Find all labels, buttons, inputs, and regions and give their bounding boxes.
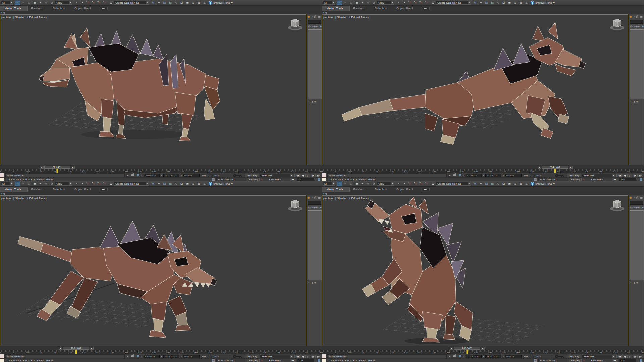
mirror-icon[interactable]: M — [151, 1, 156, 5]
pick-cursor-icon[interactable]: ⌖ — [126, 174, 130, 177]
select-and-scale-icon[interactable]: ◇ — [49, 1, 54, 5]
layer-manager-icon[interactable]: ▤ — [484, 182, 489, 186]
time-slider-handle[interactable]: 208 / 461 — [454, 347, 480, 350]
wolf-model[interactable] — [39, 28, 220, 141]
auto-key-button[interactable]: Auto Key — [245, 174, 259, 177]
reference-coordinate-dropdown[interactable]: View▼ — [377, 1, 394, 5]
modifier-list-dropdown[interactable]: Modifier List — [308, 25, 322, 29]
timeline-ruler[interactable]: 0204060801001201401601802002202402602803… — [322, 169, 644, 173]
maxscript-mini-listener-2[interactable] — [322, 178, 326, 181]
align-icon[interactable]: ≐ — [156, 182, 161, 186]
go-to-end-button[interactable]: ▶▶ — [638, 355, 643, 358]
time-slider-track[interactable]: ◀ 82 / 461 ▶ — [0, 165, 322, 169]
window-crossing-icon[interactable]: ▣ — [32, 182, 37, 186]
z-coordinate-field[interactable]: 0.0cm — [505, 355, 522, 358]
tab-modeling-tools[interactable]: odeling Tools — [0, 6, 28, 11]
previous-frame-nudge-button[interactable]: ◀ — [538, 166, 541, 169]
material-editor-icon[interactable]: ◉ — [185, 182, 190, 186]
next-frame-button[interactable]: ▮▶ — [311, 174, 316, 177]
timeline-ruler[interactable]: 0204060801001201401601802002202402602803… — [0, 350, 322, 354]
angle-snap-icon[interactable]: ∩A — [413, 1, 418, 5]
snap-toggle-icon[interactable]: ∩3 — [408, 182, 413, 186]
layer-manager-icon[interactable]: ▤ — [484, 1, 489, 5]
graphite-ribbon-icon[interactable]: ▧ — [490, 182, 495, 186]
align-icon[interactable]: ≐ — [478, 182, 483, 186]
make-unique-icon[interactable]: ∨ — [314, 281, 316, 284]
spinner-snap-icon[interactable]: ∩≡ — [425, 1, 430, 5]
named-selection-sets-dropdown[interactable]: Create Selection Se▼ — [436, 1, 471, 5]
key-mode-toggle[interactable]: ◀▶ — [290, 178, 296, 181]
add-time-tag-button[interactable]: Add Time Tag — [538, 178, 568, 181]
current-frame-marker[interactable] — [75, 350, 77, 354]
motion-tab-icon[interactable]: ▭ — [640, 196, 643, 199]
create-tab-icon[interactable]: ◉ — [307, 196, 310, 199]
wolf-model[interactable] — [17, 221, 217, 338]
ribbon-minimize-button[interactable]: ▾ — [100, 188, 108, 191]
selection-set-dropdown[interactable]: Selected▼ — [582, 174, 615, 177]
edit-named-selection-sets-icon[interactable]: ⊞ — [430, 1, 435, 5]
named-selection-sets-dropdown[interactable]: Create Selection Se▼ — [114, 182, 149, 186]
render-setup-icon[interactable]: ♨ — [191, 1, 196, 5]
select-and-scale-icon[interactable]: ◇ — [371, 182, 376, 186]
tab-selection[interactable]: Selection — [371, 6, 393, 11]
play-button[interactable]: ▷ — [305, 174, 310, 177]
tab-freeform[interactable]: Freeform — [350, 187, 371, 192]
interactive-render-button[interactable]: ieractive Rena☛ — [530, 182, 556, 186]
spinner-snap-icon[interactable]: ∩≡ — [103, 1, 108, 5]
selection-filter-dropdown[interactable]: All▼ — [1, 182, 13, 186]
time-configuration-button[interactable]: ▦ — [317, 359, 321, 362]
select-and-move-icon[interactable]: + — [360, 1, 365, 5]
maxscript-mini-listener[interactable] — [322, 173, 326, 177]
set-key-button[interactable]: Set Key — [569, 178, 582, 181]
pin-stack-icon[interactable]: ⊣ — [308, 281, 310, 284]
tab-modeling-tools[interactable]: odeling Tools — [0, 187, 28, 192]
select-and-rotate-icon[interactable]: ○ — [366, 182, 371, 186]
select-and-manipulate-icon[interactable]: ▪ — [402, 1, 407, 5]
tab-object-paint[interactable]: Object Paint — [71, 187, 97, 192]
viewport-canvas[interactable]: pective ] [ Shaded + Edged Faces ] — [0, 195, 306, 346]
select-by-name-icon[interactable]: ≡ — [21, 1, 26, 5]
selection-set-dropdown[interactable]: Selected▼ — [582, 355, 615, 358]
schematic-view-icon[interactable]: ⊟ — [179, 182, 184, 186]
selection-filter-dropdown[interactable]: All▼ — [323, 1, 335, 5]
select-and-rotate-icon[interactable]: ○ — [44, 1, 49, 5]
selection-lock-icon[interactable] — [453, 174, 456, 176]
schematic-view-icon[interactable]: ⊟ — [179, 1, 184, 5]
interactive-render-button[interactable]: ieractive Rena☛ — [208, 182, 234, 186]
mirror-icon[interactable]: M — [473, 1, 478, 5]
current-frame-field[interactable]: 334 — [619, 178, 636, 181]
select-by-name-icon[interactable]: ≡ — [21, 182, 26, 186]
named-selection-sets-dropdown[interactable]: Create Selection Se▼ — [436, 182, 471, 186]
hierarchy-tab-icon[interactable]: ⁂ — [314, 15, 317, 18]
pin-stack-icon[interactable]: ⊣ — [308, 100, 310, 103]
key-filters-button[interactable]: Key Filters... — [264, 359, 289, 362]
previous-frame-button[interactable]: ◀▮ — [622, 355, 627, 358]
motion-tab-icon[interactable]: ▭ — [318, 15, 321, 18]
select-by-name-icon[interactable]: ≡ — [343, 182, 348, 186]
render-production-icon[interactable]: ♨ — [524, 1, 529, 5]
time-configuration-button[interactable]: ▦ — [639, 359, 643, 362]
next-frame-button[interactable]: ▮▶ — [633, 174, 638, 177]
pick-cursor-icon[interactable]: ⌖ — [448, 174, 452, 177]
modify-tab-icon[interactable]: ◔ — [311, 15, 313, 18]
maxscript-mini-listener-2[interactable] — [0, 359, 4, 362]
key-mode-toggle[interactable]: ◀▶ — [612, 178, 618, 181]
render-setup-icon[interactable]: ♨ — [513, 1, 518, 5]
angle-snap-icon[interactable]: ∩A — [91, 1, 96, 5]
add-time-tag-button[interactable]: Add Time Tag — [216, 359, 246, 362]
graphite-ribbon-icon[interactable]: ▧ — [490, 1, 495, 5]
tab-modeling-tools[interactable]: odeling Tools — [322, 187, 350, 192]
graphite-ribbon-icon[interactable]: ▧ — [168, 1, 173, 5]
show-end-result-icon[interactable]: ‖ — [312, 100, 313, 103]
auto-key-button[interactable]: Auto Key — [567, 355, 581, 358]
key-filters-button[interactable]: Key Filters... — [264, 178, 289, 181]
auto-key-button[interactable]: Auto Key — [245, 355, 259, 358]
y-coordinate-field[interactable]: -44.851cm — [163, 355, 179, 358]
current-frame-marker[interactable] — [554, 169, 556, 173]
previous-frame-button[interactable]: ◀▮ — [300, 174, 305, 177]
rectangular-selection-region-icon[interactable]: □ — [348, 1, 354, 5]
object-name-field[interactable] — [308, 20, 321, 24]
frame-spinner[interactable]: : — [637, 178, 638, 181]
key-mode-toggle[interactable]: ◀▶ — [612, 359, 618, 362]
wolf-model[interactable] — [342, 23, 586, 145]
